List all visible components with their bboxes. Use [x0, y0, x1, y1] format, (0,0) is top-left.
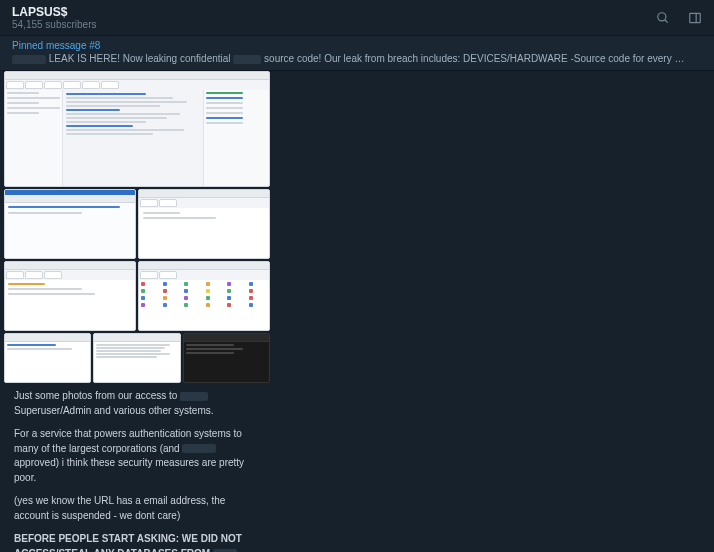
screenshot-image[interactable]	[4, 261, 136, 331]
redacted-text	[182, 444, 216, 453]
redacted-text	[233, 55, 261, 64]
screenshot-image[interactable]	[4, 189, 136, 259]
media-album[interactable]	[4, 71, 270, 383]
header-actions	[656, 11, 702, 25]
redacted-text	[180, 392, 208, 401]
screenshot-image[interactable]	[183, 333, 270, 383]
message-area[interactable]: Just some photos from our access to Supe…	[0, 71, 714, 552]
message-paragraph: BEFORE PEOPLE START ASKING: WE DID NOT A…	[14, 532, 256, 552]
message-paragraph: For a service that powers authentication…	[14, 427, 256, 485]
svg-line-1	[665, 19, 668, 22]
search-icon[interactable]	[656, 11, 670, 25]
screenshot-image[interactable]	[138, 261, 270, 331]
message-text: Just some photos from our access to Supe…	[4, 383, 264, 552]
svg-point-0	[658, 12, 666, 20]
screenshot-image[interactable]	[138, 189, 270, 259]
redacted-text	[674, 55, 702, 64]
svg-rect-2	[690, 13, 701, 22]
message-paragraph: Just some photos from our access to Supe…	[14, 389, 256, 418]
header-title-block[interactable]: LAPSUS$ 54,155 subscribers	[12, 5, 97, 30]
message-paragraph: (yes we know the URL has a email address…	[14, 494, 256, 523]
subscriber-count: 54,155 subscribers	[12, 19, 97, 30]
screenshot-image[interactable]	[4, 71, 270, 187]
sidebar-toggle-icon[interactable]	[688, 11, 702, 25]
channel-title: LAPSUS$	[12, 5, 97, 19]
pinned-label: Pinned message #8	[12, 40, 702, 51]
screenshot-image[interactable]	[4, 333, 91, 383]
pinned-text: LEAK IS HERE! Now leaking confidential s…	[12, 53, 702, 64]
screenshot-image[interactable]	[93, 333, 180, 383]
redacted-text	[12, 55, 46, 64]
pinned-message-bar[interactable]: Pinned message #8 LEAK IS HERE! Now leak…	[0, 36, 714, 71]
chat-header: LAPSUS$ 54,155 subscribers	[0, 0, 714, 36]
